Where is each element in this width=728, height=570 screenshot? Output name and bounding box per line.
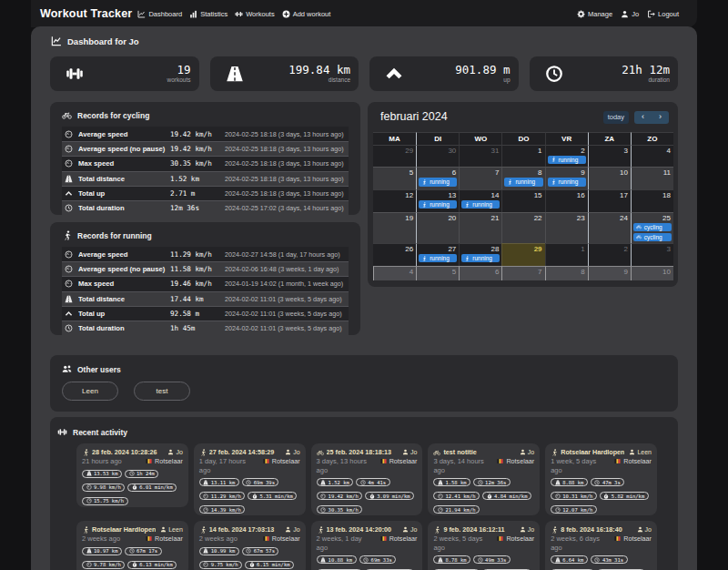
- nav-item[interactable]: Statistics: [189, 10, 228, 18]
- workout-title[interactable]: 28 feb. 2024 10:28:26: [92, 448, 163, 456]
- workout-title[interactable]: 14 feb. 2024 17:03:13: [209, 525, 280, 534]
- calendar-day-cell[interactable]: 10: [631, 266, 673, 281]
- calendar-day-cell[interactable]: 31: [459, 145, 501, 168]
- calendar-event[interactable]: running: [461, 200, 500, 209]
- workout-user[interactable]: Jo: [402, 449, 417, 455]
- nav-item[interactable]: Add workout: [282, 10, 331, 18]
- calendar-day-cell[interactable]: 6: [459, 266, 501, 281]
- workout-card[interactable]: 27 feb. 2024 14:58:29 Jo 1 day, 17 hours…: [194, 443, 306, 515]
- workout-user[interactable]: Jo: [167, 449, 182, 455]
- calendar-day-cell[interactable]: 9 running: [545, 167, 588, 189]
- calendar-day-cell[interactable]: 14 running: [459, 189, 501, 212]
- calendar-day-cell[interactable]: 27 running: [416, 243, 459, 266]
- user-button[interactable]: Leen: [62, 382, 118, 401]
- calendar-day-cell[interactable]: 1: [501, 145, 544, 168]
- calendar-day-cell[interactable]: 9: [588, 266, 631, 281]
- calendar-day-cell[interactable]: 29: [373, 145, 416, 168]
- calendar-event[interactable]: running: [419, 200, 457, 209]
- workout-title[interactable]: 8 feb. 2024 16:18:40: [561, 525, 632, 534]
- workout-user[interactable]: Jo: [520, 449, 534, 455]
- workout-card[interactable]: 14 feb. 2024 17:03:13 Jo 2 weeks ago Rot…: [194, 521, 306, 570]
- workout-user[interactable]: Jo: [637, 526, 652, 533]
- calendar-day-cell[interactable]: 20: [416, 212, 459, 243]
- calendar-prev-button[interactable]: ‹: [634, 111, 652, 124]
- calendar-day-cell[interactable]: 28 running: [459, 243, 501, 266]
- calendar-day-cell[interactable]: 29: [501, 243, 544, 266]
- calendar-day-cell[interactable]: 2: [588, 243, 631, 266]
- calendar-day-cell[interactable]: 22: [501, 212, 544, 243]
- workout-title[interactable]: 25 feb. 2024 18:18:13: [327, 448, 398, 456]
- calendar-day-cell[interactable]: 2 running: [545, 145, 588, 168]
- workout-user[interactable]: Jo: [520, 526, 534, 533]
- calendar-day-number: 28: [460, 244, 501, 254]
- nav-item[interactable]: Manage: [577, 10, 612, 18]
- workout-user[interactable]: Leen: [160, 526, 183, 533]
- calendar-event[interactable]: running: [548, 178, 586, 187]
- workout-user[interactable]: Jo: [285, 449, 299, 455]
- nav-item[interactable]: Logout: [647, 10, 679, 18]
- calendar-event[interactable]: running: [419, 254, 457, 263]
- workout-title[interactable]: 27 feb. 2024 14:58:29: [209, 448, 280, 456]
- calendar-day-cell[interactable]: 4: [373, 266, 416, 281]
- workout-badge: 12m 36s: [473, 478, 511, 486]
- calendar-day-cell[interactable]: 30: [416, 145, 459, 168]
- calendar-day-cell[interactable]: 11: [631, 167, 673, 189]
- workout-card[interactable]: 9 feb. 2024 16:12:11 Jo 2 weeks, 5 days …: [428, 521, 540, 570]
- calendar-day-cell[interactable]: 3: [631, 243, 673, 266]
- records-table-row: Max speed 30.35 km/h 2024-02-25 18:18 (3…: [62, 156, 349, 170]
- workout-card[interactable]: test notitie Jo 3 days, 14 hours ago Rot…: [428, 443, 540, 515]
- calendar-day-cell[interactable]: 25 cycling cycling: [631, 212, 673, 243]
- calendar-event[interactable]: cycling: [633, 223, 672, 232]
- calendar-day-cell[interactable]: 21: [459, 212, 501, 243]
- workout-user[interactable]: Leen: [629, 449, 652, 455]
- workout-title[interactable]: 9 feb. 2024 16:12:11: [443, 525, 514, 534]
- calendar-day-cell[interactable]: 26: [373, 243, 416, 266]
- calendar-event[interactable]: running: [461, 254, 500, 263]
- calendar-day-cell[interactable]: 8 running: [501, 167, 544, 189]
- calendar-day-cell[interactable]: 7: [459, 167, 501, 189]
- calendar-event[interactable]: running: [419, 178, 457, 187]
- calendar-day-cell[interactable]: 3: [588, 145, 631, 168]
- calendar-day-cell[interactable]: 19: [373, 212, 416, 243]
- calendar-day-cell[interactable]: 18: [631, 189, 673, 212]
- calendar-day-cell[interactable]: 23: [545, 212, 588, 243]
- workout-card[interactable]: 28 feb. 2024 10:28:26 Jo 21 hours ago Ro…: [76, 443, 188, 507]
- calendar-day-cell[interactable]: 17: [588, 189, 631, 212]
- calendar-day-cell[interactable]: 16: [545, 189, 588, 212]
- calendar-day-cell[interactable]: 1: [545, 243, 588, 266]
- calendar-day-cell[interactable]: 8: [545, 266, 588, 281]
- calendar-day-cell[interactable]: 12: [373, 189, 416, 212]
- workout-card[interactable]: Rotselaar Hardlopen Leen 2 weeks ago Rot…: [76, 521, 188, 570]
- calendar-event[interactable]: running: [504, 178, 542, 187]
- user-button[interactable]: test: [134, 382, 190, 401]
- workout-card[interactable]: 25 feb. 2024 18:18:13 Jo 3 days, 13 hour…: [311, 443, 423, 515]
- calendar-day-cell[interactable]: 5: [416, 266, 459, 281]
- calendar-day-cell[interactable]: 5: [373, 167, 416, 189]
- workout-badge: 13.53 km: [82, 470, 122, 478]
- calendar-day-number: 18: [632, 190, 673, 200]
- workout-title[interactable]: Rotselaar Hardlopen: [92, 525, 156, 534]
- calendar-day-cell[interactable]: 4: [631, 145, 673, 168]
- workout-user[interactable]: Jo: [285, 526, 299, 533]
- calendar-next-button[interactable]: ›: [652, 111, 669, 124]
- workout-card[interactable]: 13 feb. 2024 14:20:00 Jo 2 weeks, 1 day …: [311, 521, 423, 570]
- calendar-event[interactable]: cycling: [633, 233, 672, 242]
- nav-item[interactable]: Jo: [621, 10, 639, 18]
- workout-card[interactable]: 8 feb. 2024 16:18:40 Jo 2 weeks, 6 days …: [545, 521, 657, 570]
- calendar-day-cell[interactable]: 10: [588, 167, 631, 189]
- workout-title[interactable]: Rotselaar Hardlopen: [561, 448, 624, 456]
- calendar-today-button[interactable]: today: [603, 111, 629, 124]
- workout-title[interactable]: 13 feb. 2024 14:20:00: [327, 525, 398, 534]
- nav-item[interactable]: Workouts: [235, 10, 275, 18]
- calendar-day-cell[interactable]: 7: [501, 266, 544, 281]
- calendar-event[interactable]: running: [548, 156, 586, 165]
- workout-card[interactable]: Rotselaar Hardlopen Leen 1 week, 5 days …: [545, 443, 657, 515]
- workout-title[interactable]: test notitie: [443, 448, 514, 456]
- calendar-day-cell[interactable]: 24: [588, 212, 631, 243]
- workout-user[interactable]: Jo: [402, 526, 417, 533]
- calendar-day-cell[interactable]: 15: [501, 189, 544, 212]
- calendar-day-cell[interactable]: 13 running: [416, 189, 459, 212]
- calendar-day-cell[interactable]: 6 running: [416, 167, 459, 189]
- calendar-day-number: 27: [417, 244, 459, 254]
- nav-item[interactable]: Dashboard: [137, 10, 182, 18]
